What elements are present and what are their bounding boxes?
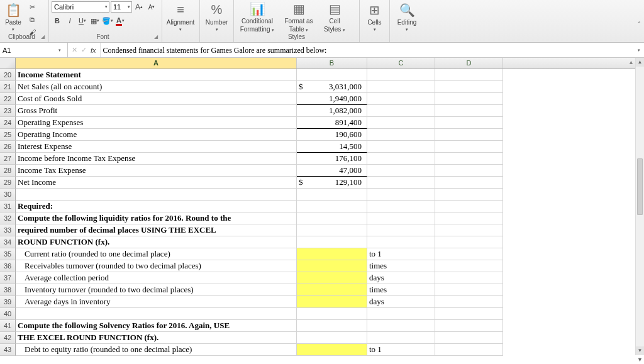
cell[interactable] <box>367 308 435 320</box>
cell[interactable] <box>367 81 435 93</box>
decrease-font-button[interactable]: A▾ <box>146 1 157 13</box>
cell[interactable]: 1,082,000 <box>297 105 367 117</box>
cell[interactable] <box>367 69 435 81</box>
cell[interactable]: Net Sales (all on account) <box>16 81 297 93</box>
editing-button[interactable]: 🔍Editing▾ <box>392 1 421 33</box>
cell[interactable]: 190,600 <box>297 129 367 141</box>
row-header[interactable]: 34 <box>0 236 16 248</box>
cell[interactable]: to 1 <box>367 248 435 260</box>
chevron-down-icon[interactable]: ▾ <box>55 48 65 53</box>
cell[interactable] <box>435 332 503 344</box>
cell[interactable] <box>367 93 435 105</box>
cell[interactable]: Compute the following liquidity ratios f… <box>16 212 297 224</box>
row-header[interactable]: 21 <box>0 81 16 93</box>
row-header[interactable]: 31 <box>0 201 16 212</box>
formula-input[interactable] <box>101 43 634 57</box>
cut-button[interactable]: ✂ <box>26 1 38 13</box>
cell[interactable]: Inventory turnover (rounded to two decim… <box>16 284 297 296</box>
cell[interactable] <box>367 224 435 236</box>
row-header[interactable]: 22 <box>0 93 16 105</box>
row-header[interactable]: 43 <box>0 344 16 356</box>
row-header[interactable]: 23 <box>0 105 16 117</box>
row-header[interactable]: 27 <box>0 153 16 165</box>
font-size-combo[interactable]: 11▾ <box>111 1 132 13</box>
row-header[interactable]: 32 <box>0 212 16 224</box>
enter-button[interactable]: ✓ <box>81 46 87 54</box>
copy-button[interactable]: ⧉ <box>26 14 38 25</box>
cell[interactable]: times <box>367 284 435 296</box>
cell[interactable] <box>435 165 503 177</box>
row-header[interactable]: 39 <box>0 296 16 308</box>
cell[interactable]: days <box>367 272 435 284</box>
cell[interactable]: Income Statement <box>16 69 297 81</box>
row-header[interactable]: 35 <box>0 248 16 260</box>
cell[interactable]: Required: <box>16 201 297 212</box>
cell[interactable] <box>297 212 367 224</box>
collapse-ribbon-button[interactable]: ˆ <box>638 21 640 28</box>
borders-button[interactable]: ▦▾ <box>89 15 101 26</box>
underline-button[interactable]: U▾ <box>77 15 88 26</box>
cell[interactable] <box>367 212 435 224</box>
font-name-combo[interactable]: Calibri▾ <box>52 1 109 13</box>
cell[interactable] <box>297 260 367 272</box>
cell[interactable]: $129,100 <box>297 177 367 189</box>
cell[interactable] <box>297 201 367 212</box>
cell[interactable] <box>367 189 435 201</box>
cell[interactable] <box>367 129 435 141</box>
cell[interactable] <box>435 153 503 165</box>
conditional-formatting-button[interactable]: 📊ConditionalFormatting ▾ <box>236 1 278 33</box>
cell[interactable] <box>435 296 503 308</box>
row-header[interactable]: 40 <box>0 308 16 320</box>
row-header[interactable]: 30 <box>0 189 16 201</box>
cell[interactable] <box>297 189 367 201</box>
worksheet-grid[interactable]: A B C D 20Income Statement21Net Sales (a… <box>0 58 635 364</box>
font-color-button[interactable]: A▾ <box>114 15 126 26</box>
paste-button[interactable]: 📋 Paste ▾ <box>3 1 24 33</box>
cell[interactable]: Operating Expenses <box>16 117 297 129</box>
scroll-right-icon[interactable]: ▼ <box>637 356 643 363</box>
cell[interactable] <box>16 308 297 320</box>
cell-styles-button[interactable]: ▤CellStyles ▾ <box>319 1 350 33</box>
cell[interactable] <box>435 105 503 117</box>
row-header[interactable]: 26 <box>0 141 16 153</box>
scroll-up-icon[interactable]: ▲ <box>628 59 634 65</box>
vertical-scrollbar[interactable]: ▲ ▼ <box>635 58 644 355</box>
cell[interactable] <box>435 272 503 284</box>
cell[interactable] <box>367 105 435 117</box>
cell[interactable] <box>367 177 435 189</box>
cell[interactable]: days <box>367 296 435 308</box>
format-as-table-button[interactable]: ▦Format asTable ▾ <box>280 1 317 33</box>
alignment-button[interactable]: ≡Alignment▾ <box>165 1 196 33</box>
cell[interactable]: Compute the following Solvency Ratios fo… <box>16 320 297 332</box>
cell[interactable] <box>297 296 367 308</box>
cell[interactable]: to 1 <box>367 344 435 356</box>
row-header[interactable]: 33 <box>0 224 16 236</box>
fill-color-button[interactable]: 🪣▾ <box>102 15 113 26</box>
cell[interactable] <box>297 69 367 81</box>
cell[interactable]: Average days in inventory <box>16 296 297 308</box>
cell[interactable]: 14,500 <box>297 141 367 153</box>
cell[interactable]: Cost of Goods Sold <box>16 93 297 105</box>
cell[interactable] <box>435 236 503 248</box>
cell[interactable]: Average collection period <box>16 272 297 284</box>
row-header[interactable]: 37 <box>0 272 16 284</box>
cell[interactable] <box>435 129 503 141</box>
cell[interactable] <box>367 201 435 212</box>
cell[interactable]: Current ratio (rounded to one decimal pl… <box>16 248 297 260</box>
insert-function-button[interactable]: fx <box>91 47 96 54</box>
cell[interactable] <box>297 284 367 296</box>
cell[interactable]: Receivables turnover (rounded to two dec… <box>16 260 297 272</box>
cell[interactable] <box>367 320 435 332</box>
name-box-input[interactable] <box>3 47 47 54</box>
cell[interactable]: Interest Expense <box>16 141 297 153</box>
cancel-button[interactable]: ✕ <box>72 46 77 54</box>
dialog-launcher-icon[interactable]: ◢ <box>41 33 45 41</box>
scroll-thumb[interactable] <box>637 158 643 215</box>
cell[interactable] <box>367 141 435 153</box>
cell[interactable] <box>16 189 297 201</box>
cell[interactable] <box>297 224 367 236</box>
cell[interactable] <box>297 344 367 356</box>
cell[interactable] <box>297 332 367 344</box>
row-header[interactable]: 38 <box>0 284 16 296</box>
cell[interactable] <box>435 224 503 236</box>
